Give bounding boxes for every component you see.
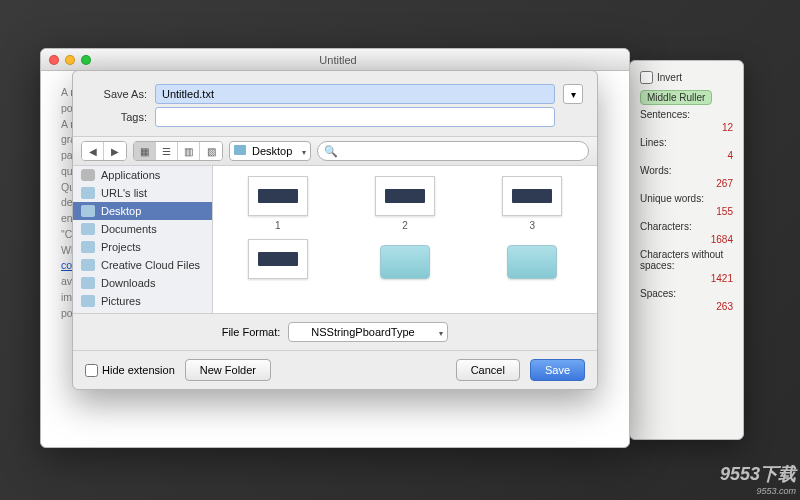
invert-label: Invert	[657, 72, 682, 83]
coverflow-view-button[interactable]: ▧	[200, 142, 222, 160]
grid-item[interactable]: 3	[474, 176, 591, 231]
sidebar-item-documents[interactable]: Documents	[73, 220, 212, 238]
invert-checkbox[interactable]	[640, 71, 653, 84]
hide-extension-checkbox[interactable]: Hide extension	[85, 364, 175, 377]
stat-label: Characters:	[640, 221, 733, 232]
folder-icon	[81, 187, 95, 199]
file-thumb	[375, 176, 435, 216]
stat-label: Sentences:	[640, 109, 733, 120]
stat-value: 4	[640, 150, 733, 161]
file-thumb	[248, 239, 308, 279]
file-grid: 123	[213, 166, 597, 313]
filename-input[interactable]	[155, 84, 555, 104]
file-format-label: File Format:	[222, 326, 281, 338]
file-thumb	[502, 176, 562, 216]
stat-label: Characters without spaces:	[640, 249, 733, 271]
forward-button[interactable]: ▶	[104, 142, 126, 160]
chevron-down-icon: ▾	[302, 148, 306, 157]
save-button[interactable]: Save	[530, 359, 585, 381]
location-dropdown[interactable]: Desktop ▾	[229, 141, 311, 161]
disclosure-button[interactable]: ▾	[563, 84, 583, 104]
grid-item[interactable]	[346, 239, 463, 283]
stat-value: 1421	[640, 273, 733, 284]
stat-value: 263	[640, 301, 733, 312]
stat-label: Words:	[640, 165, 733, 176]
sidebar: ApplicationsURL's listDesktopDocumentsPr…	[73, 166, 213, 313]
list-view-button[interactable]: ☰	[156, 142, 178, 160]
stat-label: Unique words:	[640, 193, 733, 204]
folder-icon	[380, 245, 430, 279]
folder-icon	[81, 169, 95, 181]
cancel-button[interactable]: Cancel	[456, 359, 520, 381]
stat-label: Lines:	[640, 137, 733, 148]
sidebar-item-url-s-list[interactable]: URL's list	[73, 184, 212, 202]
stat-value: 12	[640, 122, 733, 133]
ruler-pill[interactable]: Middle Ruller	[640, 90, 712, 105]
save-dialog: Save As: ▾ Tags: ◀ ▶ ▦ ☰ ▥ ▧ Desktop ▾ 🔍	[72, 70, 598, 390]
titlebar: Untitled	[41, 49, 629, 71]
grid-item[interactable]	[219, 239, 336, 283]
folder-icon	[81, 241, 95, 253]
icon-view-button[interactable]: ▦	[134, 142, 156, 160]
stat-value: 267	[640, 178, 733, 189]
folder-icon	[81, 205, 95, 217]
folder-icon	[81, 295, 95, 307]
stat-label: Spaces:	[640, 288, 733, 299]
sidebar-item-applications[interactable]: Applications	[73, 166, 212, 184]
sidebar-item-projects[interactable]: Projects	[73, 238, 212, 256]
folder-icon	[81, 259, 95, 271]
view-segment: ▦ ☰ ▥ ▧	[133, 141, 223, 161]
browser-toolbar: ◀ ▶ ▦ ☰ ▥ ▧ Desktop ▾ 🔍	[73, 136, 597, 166]
stat-value: 1684	[640, 234, 733, 245]
new-folder-button[interactable]: New Folder	[185, 359, 271, 381]
save-as-label: Save As:	[87, 88, 147, 100]
search-input[interactable]: 🔍	[317, 141, 589, 161]
grid-item[interactable]: 2	[346, 176, 463, 231]
watermark: 9553下载 9553.com	[720, 462, 796, 496]
window-title: Untitled	[55, 54, 621, 66]
stats-panel: Invert Middle Ruller Sentences:12Lines:4…	[629, 60, 744, 440]
search-icon: 🔍	[324, 145, 338, 158]
column-view-button[interactable]: ▥	[178, 142, 200, 160]
grid-item[interactable]	[474, 239, 591, 283]
back-button[interactable]: ◀	[82, 142, 104, 160]
folder-icon	[507, 245, 557, 279]
folder-icon	[81, 223, 95, 235]
file-format-dropdown[interactable]: NSStringPboardType ▾	[288, 322, 448, 342]
folder-icon	[234, 145, 246, 155]
folder-icon	[81, 277, 95, 289]
nav-segment: ◀ ▶	[81, 141, 127, 161]
grid-item[interactable]: 1	[219, 176, 336, 231]
sidebar-item-downloads[interactable]: Downloads	[73, 274, 212, 292]
file-thumb	[248, 176, 308, 216]
stat-value: 155	[640, 206, 733, 217]
sidebar-item-creative-cloud-files[interactable]: Creative Cloud Files	[73, 256, 212, 274]
sidebar-item-desktop[interactable]: Desktop	[73, 202, 212, 220]
tags-label: Tags:	[87, 111, 147, 123]
sidebar-item-pictures[interactable]: Pictures	[73, 292, 212, 310]
chevron-down-icon: ▾	[439, 329, 443, 338]
tags-input[interactable]	[155, 107, 555, 127]
